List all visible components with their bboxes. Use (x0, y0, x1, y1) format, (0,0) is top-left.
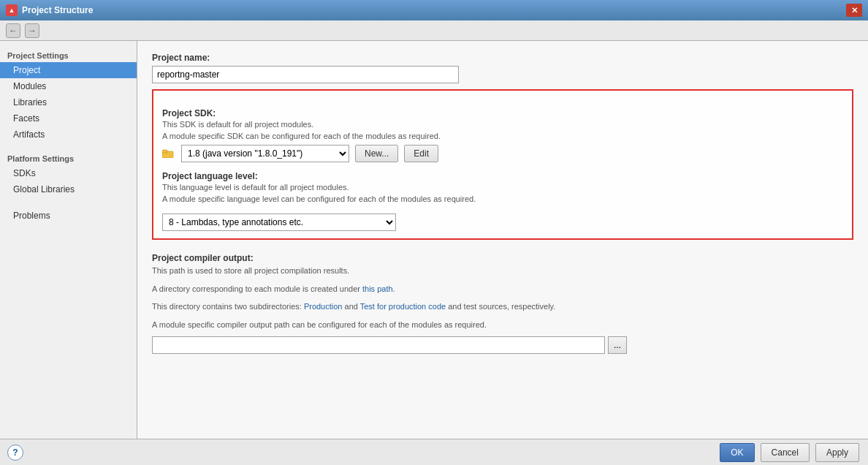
language-level-select[interactable]: 8 - Lambdas, type annotations etc. (162, 213, 396, 231)
browse-button[interactable]: ... (608, 336, 627, 354)
apply-button[interactable]: Apply (815, 443, 859, 462)
help-button[interactable]: ? (7, 445, 23, 461)
lang-level-label: Project language level: (162, 171, 843, 181)
sdk-row: 1.8 (java version "1.8.0_191") New... Ed… (162, 145, 843, 162)
lang-default-desc: This language level is default for all p… (162, 183, 843, 192)
cancel-button[interactable]: Cancel (761, 443, 810, 462)
main-content: Project name: Project SDK: This SDK is d… (137, 41, 868, 439)
sidebar-item-project[interactable]: Project (0, 62, 137, 78)
title-bar: ▲ Project Structure ✕ (0, 0, 868, 20)
compiler-desc-1: This path is used to store all project c… (152, 265, 853, 277)
ok-button[interactable]: OK (720, 443, 754, 462)
nav-bar: ← → (0, 20, 868, 41)
edit-sdk-button[interactable]: Edit (404, 145, 438, 162)
svg-rect-1 (162, 150, 167, 153)
sidebar-item-global-libraries[interactable]: Global Libraries (0, 181, 137, 197)
back-button[interactable]: ← (6, 23, 20, 38)
sdk-default-desc: This SDK is default for all project modu… (162, 120, 843, 129)
project-settings-label: Project Settings (0, 47, 137, 62)
project-name-label: Project name: (152, 53, 853, 63)
sdk-label: Project SDK: (162, 108, 843, 118)
compiler-desc-2: A directory corresponding to each module… (152, 283, 853, 295)
new-sdk-button[interactable]: New... (355, 145, 398, 162)
sidebar-item-artifacts[interactable]: Artifacts (0, 126, 137, 143)
sidebar: Project Settings Project Modules Librari… (0, 41, 137, 439)
sdk-section: Project SDK: This SDK is default for all… (152, 89, 853, 240)
bottom-bar: ? OK Cancel Apply (0, 439, 868, 465)
sidebar-item-facets[interactable]: Facets (0, 110, 137, 126)
sdk-folder-icon (162, 148, 174, 159)
sidebar-item-problems[interactable]: Problems (0, 208, 137, 224)
window-title: Project Structure (22, 5, 846, 15)
sidebar-item-libraries[interactable]: Libraries (0, 94, 137, 110)
compiler-output-section: Project compiler output: This path is us… (152, 253, 853, 354)
sidebar-item-sdks[interactable]: SDKs (0, 165, 137, 181)
forward-button[interactable]: → (25, 23, 39, 38)
sidebar-item-modules[interactable]: Modules (0, 78, 137, 94)
compiler-output-label: Project compiler output: (152, 253, 853, 263)
compiler-output-row: ... (152, 336, 853, 354)
sdk-module-desc: A module specific SDK can be configured … (162, 132, 843, 140)
sdk-select[interactable]: 1.8 (java version "1.8.0_191") (181, 145, 349, 162)
compiler-desc-4: A module specific compiler output path c… (152, 319, 853, 331)
compiler-output-input[interactable] (152, 336, 605, 354)
close-button[interactable]: ✕ (846, 4, 862, 17)
app-icon: ▲ (6, 4, 18, 16)
compiler-desc-3: This directory contains two subdirectori… (152, 300, 853, 313)
project-name-input[interactable] (152, 66, 459, 83)
lang-module-desc: A module specific language level can be … (162, 194, 843, 203)
platform-settings-label: Platform Settings (0, 150, 137, 165)
